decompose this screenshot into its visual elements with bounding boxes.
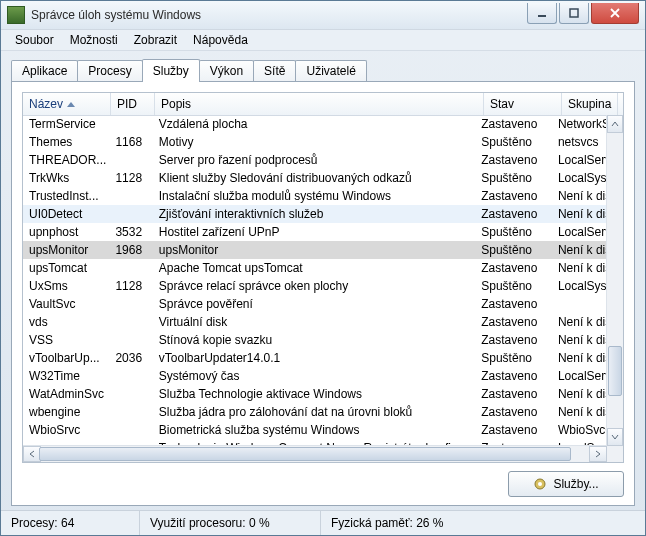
cell: Služba jádra pro zálohování dat na úrovn… xyxy=(153,405,475,419)
column-header-skupina[interactable]: Skupina xyxy=(562,93,618,115)
cell: upsTomcat xyxy=(23,261,109,275)
cell: wbengine xyxy=(23,405,109,419)
cell: Zastaveno xyxy=(475,315,552,329)
cell: Hostitel zařízení UPnP xyxy=(153,225,475,239)
app-icon xyxy=(7,6,25,24)
cell: vToolbarUpdater14.0.1 xyxy=(153,351,475,365)
table-row[interactable]: W32TimeSystémový časZastavenoLocalServic… xyxy=(23,367,607,385)
cell: LocalService xyxy=(552,153,607,167)
cell: Zastaveno xyxy=(475,405,552,419)
tab-aplikace[interactable]: Aplikace xyxy=(11,60,78,81)
table-row[interactable]: VaultSvcSprávce pověřeníZastaveno xyxy=(23,295,607,313)
menu-možnosti[interactable]: Možnosti xyxy=(62,31,126,49)
table-row[interactable]: UI0DetectZjišťování interaktivních služe… xyxy=(23,205,607,223)
table-row[interactable]: vToolbarUp...2036vToolbarUpdater14.0.1Sp… xyxy=(23,349,607,367)
cell: upsMonitor xyxy=(23,243,109,257)
cell: 1128 xyxy=(109,171,152,185)
column-header-popis[interactable]: Popis xyxy=(155,93,484,115)
table-row[interactable]: vdsVirtuální diskZastavenoNení k dispozi… xyxy=(23,313,607,331)
cell: Zastaveno xyxy=(475,369,552,383)
scroll-down-button[interactable] xyxy=(607,428,623,446)
tab-služby[interactable]: Služby xyxy=(142,59,200,82)
table-row[interactable]: UxSms1128Správce relací správce oken plo… xyxy=(23,277,607,295)
cell: vds xyxy=(23,315,109,329)
vscroll-thumb[interactable] xyxy=(608,346,622,396)
tab-výkon[interactable]: Výkon xyxy=(199,60,254,81)
hscroll-thumb[interactable] xyxy=(39,447,571,461)
cell: Spuštěno xyxy=(475,225,552,239)
column-header-název[interactable]: Název xyxy=(23,93,111,115)
table-row[interactable]: upsTomcatApache Tomcat upsTomcatZastaven… xyxy=(23,259,607,277)
tab-uživatelé[interactable]: Uživatelé xyxy=(295,60,366,81)
cell: Zastaveno xyxy=(475,333,552,347)
minimize-button[interactable] xyxy=(527,3,557,24)
table-row[interactable]: WatAdminSvcSlužba Technologie aktivace W… xyxy=(23,385,607,403)
close-button[interactable] xyxy=(591,3,639,24)
cell: Server pro řazení podprocesů xyxy=(153,153,475,167)
titlebar[interactable]: Správce úloh systému Windows xyxy=(1,1,645,30)
chevron-up-icon xyxy=(611,120,619,128)
column-header-stav[interactable]: Stav xyxy=(484,93,562,115)
cell: Není k dispozici xyxy=(552,189,607,203)
cell: Služba Technologie aktivace Windows xyxy=(153,387,475,401)
cell: Themes xyxy=(23,135,109,149)
cell: Apache Tomcat upsTomcat xyxy=(153,261,475,275)
chevron-right-icon xyxy=(594,450,602,458)
cell: Instalační služba modulů systému Windows xyxy=(153,189,475,203)
cell: Správce relací správce oken plochy xyxy=(153,279,475,293)
window-buttons xyxy=(525,3,639,23)
cell: Zjišťování interaktivních služeb xyxy=(153,207,475,221)
services-button[interactable]: Služby... xyxy=(508,471,624,497)
cell: VaultSvc xyxy=(23,297,109,311)
table-row[interactable]: Themes1168MotivySpuštěnonetsvcs xyxy=(23,133,607,151)
tab-sítě[interactable]: Sítě xyxy=(253,60,296,81)
cell: vToolbarUp... xyxy=(23,351,109,365)
cell: Zastaveno xyxy=(475,189,552,203)
column-headers: NázevPIDPopisStavSkupina xyxy=(23,93,623,116)
cell: Není k dispozici xyxy=(552,351,607,365)
cell: netsvcs xyxy=(552,135,607,149)
cell: UI0Detect xyxy=(23,207,109,221)
table-row[interactable]: TrkWks1128Klient služby Sledování distri… xyxy=(23,169,607,187)
table-row[interactable]: WbioSrvcBiometrická služba systému Windo… xyxy=(23,421,607,439)
menu-nápověda[interactable]: Nápověda xyxy=(185,31,256,49)
window-title: Správce úloh systému Windows xyxy=(31,8,525,22)
cell: Zastaveno xyxy=(475,387,552,401)
cell: Klient služby Sledování distribuovaných … xyxy=(153,171,475,185)
client-area: AplikaceProcesySlužbyVýkonSítěUživatelé … xyxy=(1,51,645,510)
task-manager-window: Správce úloh systému Windows SouborMožno… xyxy=(0,0,646,536)
maximize-icon xyxy=(569,8,579,18)
statusbar: Procesy: 64 Využití procesoru: 0 % Fyzic… xyxy=(1,510,645,535)
vertical-scrollbar[interactable] xyxy=(606,115,623,446)
cell: Zastaveno xyxy=(475,207,552,221)
scroll-right-button[interactable] xyxy=(589,446,607,462)
menu-zobrazit[interactable]: Zobrazit xyxy=(126,31,185,49)
svg-point-3 xyxy=(538,482,542,486)
column-header-pid[interactable]: PID xyxy=(111,93,155,115)
tab-procesy[interactable]: Procesy xyxy=(77,60,142,81)
cell: UxSms xyxy=(23,279,109,293)
scroll-corner xyxy=(607,446,623,462)
table-row[interactable]: upnphost3532Hostitel zařízení UPnPSpuště… xyxy=(23,223,607,241)
horizontal-scrollbar[interactable] xyxy=(23,445,607,462)
table-row[interactable]: wbengineSlužba jádra pro zálohování dat … xyxy=(23,403,607,421)
cell: THREADOR... xyxy=(23,153,109,167)
cell: Virtuální disk xyxy=(153,315,475,329)
table-row[interactable]: upsMonitor1968upsMonitorSpuštěnoNení k d… xyxy=(23,241,607,259)
table-row[interactable]: TrustedInst...Instalační služba modulů s… xyxy=(23,187,607,205)
panel-footer: Služby... xyxy=(22,463,624,497)
cell: Spuštěno xyxy=(475,279,552,293)
vscroll-track[interactable] xyxy=(607,131,623,430)
maximize-button[interactable] xyxy=(559,3,589,24)
cell: VSS xyxy=(23,333,109,347)
cell: Není k dispozici xyxy=(552,333,607,347)
table-row[interactable]: VSSStínová kopie svazkuZastavenoNení k d… xyxy=(23,331,607,349)
table-row[interactable]: THREADOR...Server pro řazení podprocesůZ… xyxy=(23,151,607,169)
hscroll-track[interactable] xyxy=(39,447,591,461)
table-row[interactable]: TermServiceVzdálená plochaZastavenoNetwo… xyxy=(23,115,607,133)
cell: Zastaveno xyxy=(475,423,552,437)
menu-soubor[interactable]: Soubor xyxy=(7,31,62,49)
cell: WbioSvcGroup xyxy=(552,423,607,437)
menubar: SouborMožnostiZobrazitNápověda xyxy=(1,30,645,51)
cell: Není k dispozici xyxy=(552,315,607,329)
